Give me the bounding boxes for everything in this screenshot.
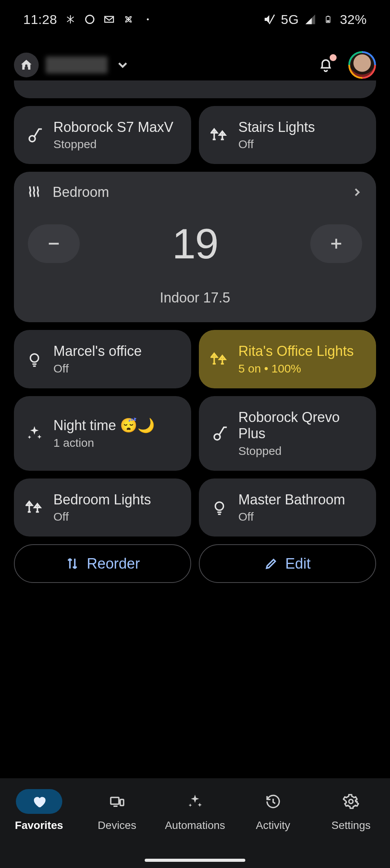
nav-automations[interactable]: Automations (156, 789, 234, 832)
battery-icon (322, 13, 334, 26)
svg-rect-3 (327, 16, 329, 17)
tile-title: Roborock S7 MaxV (53, 119, 173, 135)
reorder-icon (65, 556, 80, 571)
reorder-label: Reorder (87, 555, 140, 572)
tile-subtitle: Stopped (238, 444, 365, 458)
tile-title: Master Bathroom (238, 492, 345, 508)
svg-rect-4 (327, 21, 330, 22)
edit-button[interactable]: Edit (199, 544, 376, 583)
sparkle-icon (187, 793, 203, 810)
heart-icon (31, 794, 47, 809)
tile-subtitle: Off (238, 510, 345, 523)
temperature-up-button[interactable] (310, 224, 362, 263)
gmail-icon (103, 13, 115, 26)
tile-ritas-office-lights[interactable]: Rita's Office Lights 5 on • 100% (199, 330, 376, 388)
pinwheel-icon (122, 13, 135, 26)
lamp-group-icon (25, 499, 44, 516)
thermostat-indoor: Indoor 17.5 (26, 290, 364, 306)
thermostat-card[interactable]: Bedroom 19 Indoor 17.5 (14, 172, 376, 322)
tile-roborock-qrevo[interactable]: Roborock Qrevo Plus Stopped (199, 396, 376, 471)
status-time: 11:28 (23, 12, 57, 27)
nav-label: Favorites (15, 819, 63, 832)
notification-dot-icon (330, 54, 337, 61)
tile-master-bathroom[interactable]: Master Bathroom Off (199, 478, 376, 537)
home-icon[interactable] (14, 53, 39, 77)
snowflake-icon (64, 13, 77, 26)
gesture-bar[interactable] (145, 859, 245, 862)
heat-waves-icon (26, 185, 42, 200)
status-battery: 32% (340, 12, 367, 27)
tile-night-time[interactable]: Night time 😴🌙 1 action (14, 396, 191, 471)
devices-icon (109, 793, 125, 810)
tile-title: Rita's Office Lights (238, 343, 354, 359)
reorder-button[interactable]: Reorder (14, 544, 191, 583)
tile-subtitle: Off (53, 510, 151, 523)
tile-title: Marcel's office (53, 343, 142, 359)
tile-roborock-s7[interactable]: Roborock S7 MaxV Stopped (14, 106, 191, 164)
svg-point-7 (31, 354, 39, 362)
nav-label: Devices (98, 819, 137, 832)
nav-devices[interactable]: Devices (78, 789, 156, 832)
history-icon (265, 793, 281, 810)
chevron-right-icon[interactable] (351, 186, 364, 199)
svg-point-1 (147, 19, 149, 21)
bottom-nav: Favorites Devices Automations Activity S… (0, 778, 390, 868)
nav-favorites[interactable]: Favorites (0, 789, 78, 832)
tile-bedroom-lights[interactable]: Bedroom Lights Off (14, 478, 191, 537)
favorites-grid: Roborock S7 MaxV Stopped Stairs Lights O… (14, 80, 376, 767)
lamp-group-icon (210, 126, 229, 144)
thermostat-room: Bedroom (53, 184, 109, 200)
nav-label: Automations (165, 819, 225, 832)
tile-subtitle: Off (238, 138, 315, 151)
android-status-bar: 11:28 5G 32% (0, 0, 390, 39)
nav-label: Settings (332, 819, 371, 832)
tile-title: Stairs Lights (238, 119, 315, 135)
tile-title: Night time 😴🌙 (53, 417, 155, 434)
tile-title: Roborock Qrevo Plus (238, 409, 365, 442)
tile-stairs-lights[interactable]: Stairs Lights Off (199, 106, 376, 164)
svg-rect-10 (111, 798, 119, 805)
vacuum-icon (210, 424, 229, 442)
thermostat-setpoint: 19 (172, 219, 218, 268)
edit-label: Edit (285, 555, 310, 572)
chevron-down-icon[interactable] (115, 58, 130, 72)
nav-label: Activity (256, 819, 290, 832)
vacuum-icon (25, 126, 44, 144)
partial-tile-top[interactable] (14, 80, 376, 98)
nav-activity[interactable]: Activity (234, 789, 312, 832)
svg-point-12 (349, 800, 353, 804)
account-avatar[interactable] (348, 51, 376, 79)
home-name-redacted[interactable] (46, 56, 108, 73)
lamp-group-icon (210, 350, 229, 368)
tile-subtitle: Off (53, 362, 142, 375)
sparkle-icon (25, 425, 44, 442)
app-bar (0, 50, 390, 80)
bulb-icon (210, 499, 229, 516)
pencil-icon (264, 557, 278, 571)
bulb-icon (25, 351, 44, 367)
tile-marcels-office[interactable]: Marcel's office Off (14, 330, 191, 388)
svg-point-9 (216, 502, 224, 510)
tile-title: Bedroom Lights (53, 492, 151, 508)
circle-icon (84, 13, 96, 26)
gear-icon (343, 793, 359, 810)
mute-icon (263, 13, 275, 26)
nav-settings[interactable]: Settings (312, 789, 390, 832)
notifications-button[interactable] (317, 56, 334, 73)
tile-subtitle: Stopped (53, 138, 173, 151)
svg-rect-11 (120, 800, 124, 806)
svg-point-0 (86, 15, 94, 24)
temperature-down-button[interactable] (28, 224, 80, 263)
status-network: 5G (281, 12, 299, 27)
signal-icon (304, 13, 316, 26)
tile-subtitle: 5 on • 100% (238, 362, 354, 375)
dot-icon (142, 13, 154, 26)
tile-subtitle: 1 action (53, 436, 155, 449)
